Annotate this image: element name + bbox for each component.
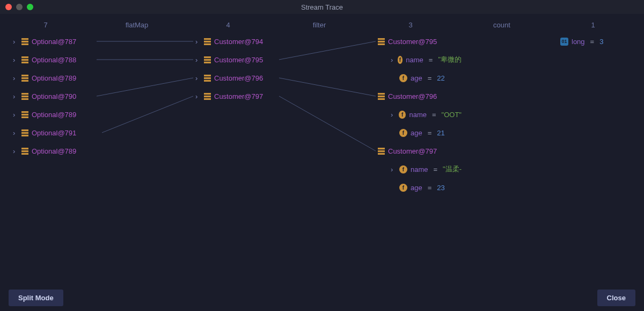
field-value: 21 bbox=[437, 129, 444, 137]
source-item[interactable]: ›Optional@789 bbox=[5, 105, 97, 124]
field-row[interactable]: ›fname = "卑微的 bbox=[370, 50, 462, 69]
field-name: name bbox=[406, 56, 423, 64]
object-icon bbox=[378, 38, 385, 45]
column-result: 01 long = 3 bbox=[553, 32, 644, 279]
field-name: age bbox=[411, 74, 422, 82]
svg-rect-16 bbox=[21, 93, 28, 95]
result-type: long bbox=[572, 38, 585, 46]
field-icon: f bbox=[398, 56, 403, 64]
object-label: Customer@795 bbox=[214, 56, 263, 64]
svg-rect-45 bbox=[378, 98, 385, 100]
object-icon bbox=[21, 129, 28, 136]
chevron-right-icon: › bbox=[195, 38, 201, 46]
flatmap-item[interactable]: ›Customer@797 bbox=[188, 87, 279, 105]
svg-rect-15 bbox=[21, 80, 28, 82]
split-mode-button[interactable]: Split Mode bbox=[9, 290, 63, 306]
flatmap-item[interactable]: ›Customer@795 bbox=[188, 50, 279, 69]
svg-rect-47 bbox=[378, 150, 385, 152]
object-icon bbox=[378, 93, 385, 99]
field-name: name bbox=[409, 111, 427, 119]
field-icon: f bbox=[399, 165, 407, 173]
source-item[interactable]: ›Optional@791 bbox=[5, 124, 97, 142]
object-label: Optional@791 bbox=[32, 129, 76, 137]
svg-line-4 bbox=[279, 41, 376, 60]
object-label: Optional@790 bbox=[32, 92, 76, 100]
source-item[interactable]: ›Optional@790 bbox=[5, 87, 97, 105]
result-value: 3 bbox=[599, 38, 603, 46]
field-name: age bbox=[411, 184, 422, 192]
svg-rect-36 bbox=[204, 80, 211, 82]
flatmap-item[interactable]: ›Customer@796 bbox=[188, 69, 279, 87]
field-row[interactable]: fage = 22 bbox=[370, 69, 462, 87]
field-value: "温柔- bbox=[443, 164, 462, 174]
chevron-right-icon: › bbox=[391, 111, 396, 119]
svg-rect-33 bbox=[204, 62, 211, 63]
svg-rect-8 bbox=[21, 41, 28, 42]
object-label: Customer@795 bbox=[388, 38, 437, 46]
object-label: Optional@789 bbox=[32, 147, 76, 155]
close-button[interactable]: Close bbox=[597, 290, 635, 306]
svg-rect-11 bbox=[21, 59, 28, 61]
field-name: age bbox=[411, 129, 422, 137]
object-icon bbox=[204, 75, 211, 81]
chevron-right-icon: › bbox=[391, 165, 396, 173]
column-source: ›Optional@787›Optional@788›Optional@789›… bbox=[5, 32, 97, 279]
object-label: Customer@797 bbox=[388, 147, 437, 155]
svg-rect-12 bbox=[21, 62, 28, 63]
column-headers: 7 flatMap 4 filter 3 count 1 bbox=[0, 17, 644, 32]
svg-line-2 bbox=[97, 78, 193, 96]
svg-rect-28 bbox=[204, 38, 211, 40]
svg-rect-22 bbox=[21, 129, 28, 131]
object-label: Optional@789 bbox=[32, 111, 76, 119]
svg-rect-37 bbox=[204, 93, 211, 95]
header-op-filter: filter bbox=[274, 21, 365, 29]
svg-rect-24 bbox=[21, 135, 28, 136]
source-item[interactable]: ›Optional@789 bbox=[5, 142, 97, 160]
result-row[interactable]: 01 long = 3 bbox=[553, 32, 644, 50]
svg-rect-48 bbox=[378, 153, 385, 155]
footer: Split Mode Close bbox=[0, 284, 644, 311]
svg-rect-14 bbox=[21, 77, 28, 79]
svg-line-3 bbox=[102, 96, 193, 133]
object-icon bbox=[204, 56, 211, 63]
field-name: name bbox=[411, 165, 428, 173]
svg-rect-23 bbox=[21, 132, 28, 134]
field-row[interactable]: ›fname = "温柔- bbox=[370, 160, 462, 178]
object-label: Optional@788 bbox=[32, 56, 76, 64]
svg-rect-27 bbox=[21, 153, 28, 155]
chevron-right-icon: › bbox=[195, 74, 201, 82]
source-item[interactable]: ›Optional@787 bbox=[5, 32, 97, 50]
chevron-right-icon: › bbox=[13, 147, 18, 155]
object-icon bbox=[21, 75, 28, 81]
field-row[interactable]: fage = 21 bbox=[370, 124, 462, 142]
object-icon bbox=[204, 38, 211, 45]
field-row[interactable]: fage = 23 bbox=[370, 178, 462, 197]
svg-rect-21 bbox=[21, 117, 28, 118]
svg-rect-46 bbox=[378, 148, 385, 149]
header-count-2: 3 bbox=[365, 21, 456, 29]
column-after-filter: Customer@795›fname = "卑微的fage = 22Custom… bbox=[370, 32, 462, 279]
object-label: Optional@789 bbox=[32, 74, 76, 82]
svg-rect-25 bbox=[21, 148, 28, 149]
svg-rect-44 bbox=[378, 96, 385, 97]
source-item[interactable]: ›Optional@789 bbox=[5, 69, 97, 87]
object-icon bbox=[204, 93, 211, 99]
svg-rect-43 bbox=[378, 93, 385, 95]
svg-rect-30 bbox=[204, 44, 211, 45]
chevron-right-icon: › bbox=[391, 56, 394, 64]
source-item[interactable]: ›Optional@788 bbox=[5, 50, 97, 69]
chevron-right-icon: › bbox=[13, 92, 18, 100]
filter-item[interactable]: Customer@796 bbox=[370, 87, 462, 105]
field-row[interactable]: ›fname = "OOT" bbox=[370, 105, 462, 124]
titlebar: Stream Trace bbox=[0, 0, 644, 14]
filter-item[interactable]: Customer@797 bbox=[370, 142, 462, 160]
object-label: Customer@797 bbox=[214, 92, 263, 100]
object-icon bbox=[21, 56, 28, 63]
svg-rect-32 bbox=[204, 59, 211, 61]
svg-rect-26 bbox=[21, 150, 28, 152]
chevron-right-icon: › bbox=[13, 129, 18, 137]
column-after-flatmap: ›Customer@794›Customer@795›Customer@796›… bbox=[188, 32, 279, 279]
svg-line-5 bbox=[279, 78, 376, 96]
flatmap-item[interactable]: ›Customer@794 bbox=[188, 32, 279, 50]
filter-item[interactable]: Customer@795 bbox=[370, 32, 462, 50]
